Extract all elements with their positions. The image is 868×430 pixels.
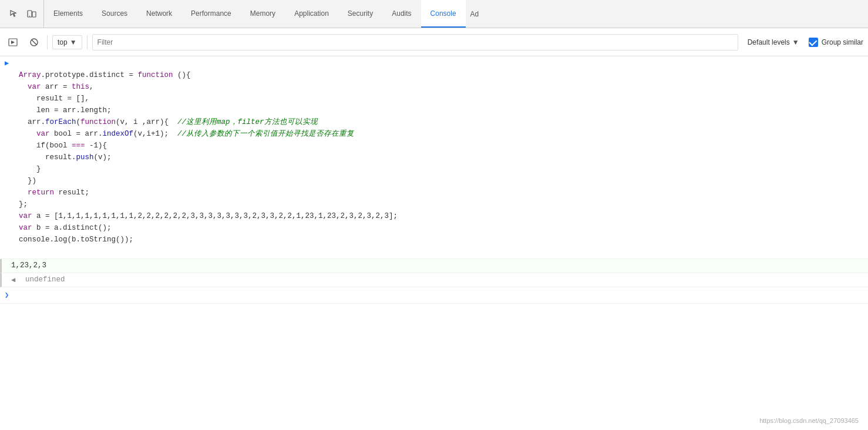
chevron-down-icon: ▼: [792, 38, 799, 46]
nav-icon-group: [2, 0, 44, 28]
filter-input[interactable]: [97, 38, 733, 46]
console-toolbar: top ▼ Default levels ▼ Group similar: [0, 28, 868, 56]
tab-console[interactable]: Console: [421, 0, 466, 28]
svg-rect-1: [32, 12, 36, 17]
undefined-value: undefined: [25, 274, 65, 285]
tab-memory[interactable]: Memory: [241, 0, 285, 28]
code-content: Array.prototype.distinct = function (){ …: [19, 58, 398, 257]
tab-sources[interactable]: Sources: [92, 0, 137, 28]
output-value: 1,23,2,3: [11, 260, 46, 271]
tab-more[interactable]: Ad: [466, 0, 484, 28]
chevron-down-icon: ▼: [70, 38, 77, 46]
levels-button[interactable]: Default levels ▼: [743, 36, 804, 49]
prompt-arrow: ❯: [5, 290, 14, 301]
svg-line-6: [32, 40, 36, 45]
toolbar-separator-1: [47, 35, 48, 49]
tab-elements[interactable]: Elements: [44, 0, 92, 28]
tab-audits[interactable]: Audits: [382, 0, 420, 28]
tab-performance[interactable]: Performance: [181, 0, 241, 28]
play-icon[interactable]: [5, 34, 21, 51]
inspect-icon[interactable]: [7, 7, 21, 21]
group-similar-checkbox[interactable]: [809, 38, 818, 47]
clear-icon[interactable]: [26, 34, 42, 51]
device-icon[interactable]: [25, 7, 39, 21]
console-line-prompt[interactable]: ❯: [0, 287, 868, 304]
svg-marker-4: [11, 41, 15, 44]
filter-container: [92, 34, 738, 51]
back-arrow: ◀: [11, 274, 21, 285]
toolbar-separator-2: [87, 35, 88, 49]
devtools-nav: Elements Sources Network Performance Mem…: [0, 0, 868, 28]
tab-network[interactable]: Network: [137, 0, 181, 28]
console-line-code: ▶ Array.prototype.distinct = function ()…: [0, 56, 868, 259]
tab-security[interactable]: Security: [338, 0, 382, 28]
context-selector[interactable]: top ▼: [52, 35, 82, 49]
url-hint: https://blog.csdn.net/qq_27093465: [759, 416, 859, 426]
tab-application[interactable]: Application: [285, 0, 338, 28]
nav-tabs: Elements Sources Network Performance Mem…: [44, 0, 483, 28]
console-output: ▶ Array.prototype.distinct = function ()…: [0, 56, 868, 430]
console-line-undefined: ◀ undefined: [0, 273, 868, 287]
group-similar-control[interactable]: Group similar: [809, 38, 863, 47]
expand-arrow[interactable]: ▶: [5, 58, 14, 69]
console-line-output: 1,23,2,3: [0, 259, 868, 273]
